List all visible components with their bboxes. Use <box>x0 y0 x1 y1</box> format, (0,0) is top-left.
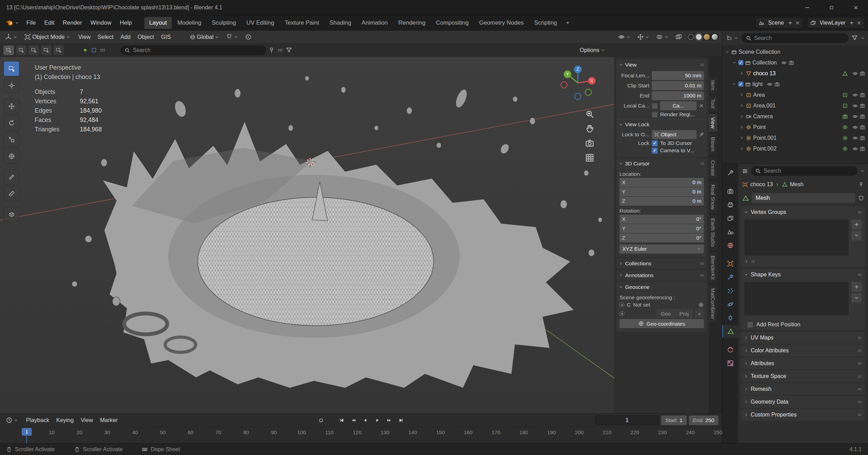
gear-icon[interactable] <box>698 302 704 308</box>
workspace-tab[interactable]: Sculpting <box>207 17 241 29</box>
properties-tab[interactable] <box>722 298 738 311</box>
wireframe-shading-button[interactable] <box>688 34 694 40</box>
navigation-gizmo[interactable]: X Y Z <box>556 62 600 105</box>
hide-eye-icon[interactable] <box>852 92 858 98</box>
local-camera-field[interactable]: Ca... <box>660 101 697 110</box>
fake-user-shield-icon[interactable] <box>858 195 864 201</box>
sidebar-tab[interactable]: Earth Studio <box>709 214 718 251</box>
vertex-groups-list[interactable] <box>744 220 849 256</box>
close-button[interactable] <box>844 0 868 15</box>
editor-type-button[interactable] <box>3 32 20 42</box>
menu-item[interactable]: Help <box>116 18 136 28</box>
properties-tab[interactable] <box>722 325 738 338</box>
menu-item[interactable]: File <box>22 18 40 28</box>
viewport-menu-item[interactable]: View <box>75 32 94 42</box>
frame-start-field[interactable]: Start 1 <box>661 415 686 425</box>
panel-header[interactable]: UV Maps <box>741 332 865 344</box>
frame-end-field[interactable]: End 250 <box>689 415 718 425</box>
vertex-groups-header[interactable]: Vertex Groups <box>741 206 865 218</box>
menu-item[interactable]: Window <box>86 18 115 28</box>
viewport-search-field[interactable] <box>120 45 266 55</box>
pan-hand-icon[interactable] <box>585 124 594 133</box>
clear-icon[interactable] <box>699 103 704 108</box>
viewport-menu-item[interactable]: Add <box>117 32 134 42</box>
proportional-editing-toggle[interactable] <box>243 32 254 42</box>
hide-eye-icon[interactable] <box>852 71 858 76</box>
properties-tab[interactable] <box>722 239 738 252</box>
eyedropper-icon[interactable] <box>699 132 704 137</box>
hide-eye-icon[interactable] <box>852 146 858 152</box>
workspace-tab[interactable]: Rendering <box>393 17 430 29</box>
view-panel-header[interactable]: View <box>616 59 707 70</box>
select-mode-intersect-button[interactable] <box>53 45 64 55</box>
panel-header[interactable]: Attributes <box>741 358 865 369</box>
sidebar-tab[interactable]: Item <box>709 76 718 94</box>
outliner-row[interactable]: choco 13 <box>722 68 868 79</box>
properties-tab[interactable] <box>722 225 738 238</box>
current-frame-field[interactable]: 1 <box>595 415 659 425</box>
outliner-row[interactable]: Point.002 <box>722 143 868 154</box>
next-keyframe-button[interactable] <box>384 415 395 425</box>
outliner-row[interactable]: Point <box>722 122 868 132</box>
properties-tab[interactable] <box>722 357 738 370</box>
x-negative-axis[interactable] <box>561 82 567 88</box>
view-lock-subheader[interactable]: View Lock <box>616 119 707 129</box>
zoom-icon[interactable] <box>585 110 594 119</box>
add-workspace-button[interactable]: + <box>563 18 573 28</box>
panel-header[interactable]: Color Attributes <box>741 345 865 357</box>
overlays-dropdown[interactable] <box>654 32 671 42</box>
chocolate-splash-mesh[interactable] <box>102 121 574 388</box>
workspace-tab[interactable]: Scripting <box>529 17 562 29</box>
properties-search-input[interactable] <box>764 168 853 174</box>
geoscene-panel-header[interactable]: Geoscene <box>616 282 707 292</box>
select-mode-extend-button[interactable] <box>16 45 26 55</box>
camera-to-view-checkbox[interactable] <box>652 148 658 154</box>
outliner-search-input[interactable] <box>754 35 844 41</box>
workspace-tab[interactable]: Layout <box>144 17 172 29</box>
hide-eye-icon[interactable] <box>852 135 858 141</box>
workspace-tab[interactable]: UV Editing <box>242 17 279 29</box>
collections-panel-header[interactable]: Collections <box>616 258 707 269</box>
xray-toggle[interactable] <box>673 32 684 42</box>
outliner-row[interactable]: Camera <box>722 111 868 122</box>
transform-orientation-dropdown[interactable]: Global <box>187 32 221 42</box>
value-slider[interactable]: 1000 m <box>652 91 704 100</box>
shape-keys-header[interactable]: Shape Keys <box>741 269 865 281</box>
blender-app-menu[interactable] <box>3 18 22 28</box>
green-dot-icon[interactable] <box>82 47 89 53</box>
panel-header[interactable]: Geometry Data <box>741 396 865 408</box>
properties-tab[interactable] <box>722 257 738 270</box>
options-dropdown[interactable]: Options <box>577 45 607 55</box>
cursor-panel-header[interactable]: 3D Cursor <box>616 158 707 169</box>
scale-tool[interactable] <box>3 132 19 147</box>
disable-in-render-icon[interactable] <box>860 92 865 98</box>
proj-radio[interactable] <box>620 311 624 316</box>
panel-header[interactable]: Remesh <box>741 383 865 395</box>
hide-eye-icon[interactable] <box>767 81 773 87</box>
panel-header[interactable]: Texture Space <box>741 370 865 382</box>
disable-in-render-icon[interactable] <box>860 71 865 76</box>
outliner-row[interactable]: Area <box>722 89 868 100</box>
rendered-shading-button[interactable] <box>712 34 718 40</box>
select-box-tool[interactable] <box>3 61 19 76</box>
cursor-rotation-slider[interactable]: X 0° <box>620 215 704 224</box>
timeline-editor-type-button[interactable] <box>3 415 20 425</box>
render-region-checkbox[interactable] <box>652 112 658 118</box>
grip-dots-icon[interactable] <box>99 47 106 53</box>
pin-icon[interactable] <box>268 47 275 53</box>
add-crs-button[interactable]: + <box>695 309 704 318</box>
camera-view-icon[interactable] <box>585 139 594 148</box>
vertex-group-specials-button[interactable] <box>851 231 862 240</box>
select-mode-subtract-button[interactable] <box>28 45 39 55</box>
visibility-dropdown[interactable] <box>616 32 633 42</box>
collection-checkbox[interactable] <box>738 81 743 87</box>
pin-icon[interactable] <box>858 182 864 187</box>
collection-checkbox[interactable] <box>738 60 743 65</box>
viewport-menu-item[interactable]: Select <box>94 32 117 42</box>
value-slider[interactable]: 0.01 m <box>652 81 704 90</box>
timeline-menu-item[interactable]: Playback <box>23 415 53 425</box>
properties-tab[interactable] <box>722 271 738 284</box>
properties-search-field[interactable] <box>751 166 858 176</box>
previous-keyframe-button[interactable] <box>348 415 359 425</box>
sidebar-tab[interactable]: Create <box>709 156 718 180</box>
